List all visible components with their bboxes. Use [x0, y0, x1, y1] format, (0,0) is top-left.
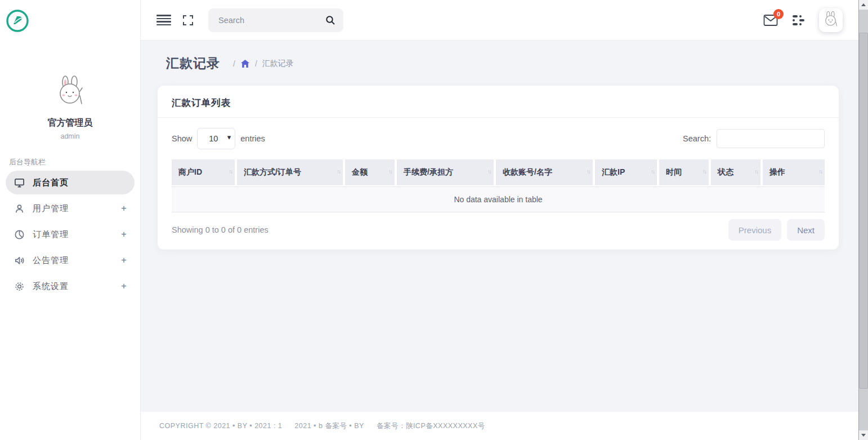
next-page-button[interactable]: Next	[787, 219, 825, 241]
table-search-label: Search:	[683, 134, 711, 143]
column-header-time[interactable]: 时间↑↓	[659, 159, 709, 185]
main-content: 汇款记录 / / 汇款记录 汇款订单列表 Show	[141, 40, 858, 440]
nav-section-label: 后台导航栏	[9, 157, 140, 167]
table-controls: Show 10 entries Search:	[172, 128, 825, 149]
menu-toggle-icon[interactable]	[156, 13, 171, 27]
table-header-row: 商户ID↑↓ 汇款方式/订单号↑↓ 金额↑↓ 手续费/承担方↑↓ 收款账号/名字…	[172, 159, 825, 185]
brand-logo-icon	[6, 9, 29, 33]
scroll-up-button[interactable]	[859, 0, 868, 10]
pie-chart-icon	[14, 229, 25, 240]
sort-icon: ↑↓	[651, 168, 654, 175]
sidebar-item-label: 系统设置	[33, 281, 69, 292]
topbar-actions: 0	[763, 8, 843, 32]
page-title: 汇款记录	[166, 55, 220, 72]
show-label: Show	[172, 134, 192, 143]
monitor-icon	[14, 177, 25, 188]
table-search-input[interactable]	[717, 129, 825, 148]
page-header: 汇款记录 / / 汇款记录	[166, 55, 858, 72]
sort-icon: ↑↓	[703, 168, 706, 175]
sidebar-nav: 后台首页 用户管理 + 订单	[0, 171, 140, 298]
user-avatar[interactable]	[52, 74, 89, 112]
mail-count-badge: 0	[773, 9, 784, 19]
data-table: 商户ID↑↓ 汇款方式/订单号↑↓ 金额↑↓ 手续费/承担方↑↓ 收款账号/名字…	[172, 159, 825, 212]
sort-icon: ↑↓	[754, 168, 758, 175]
sidebar-item-label: 公告管理	[33, 255, 69, 266]
column-header-remit-ip[interactable]: 汇款IP↑↓	[595, 159, 657, 185]
page-size-select[interactable]: 10	[197, 128, 235, 149]
window-scrollbar[interactable]	[858, 0, 868, 440]
copyright-text: COPYRIGHT © 2021 • BY • 2021 : 1	[159, 422, 282, 430]
breadcrumb-separator: /	[233, 59, 235, 68]
table-footer: Showing 0 to 0 of 0 entries Previous Nex…	[172, 219, 825, 241]
card-title: 汇款订单列表	[172, 97, 231, 108]
table-search-control: Search:	[683, 129, 825, 148]
sidebar-item-announcements[interactable]: 公告管理 +	[6, 248, 135, 272]
column-header-amount[interactable]: 金额↑↓	[345, 159, 395, 185]
scroll-down-button[interactable]	[859, 430, 868, 440]
brand-logo[interactable]	[0, 0, 140, 42]
sidebar-item-dashboard[interactable]: 后台首页	[6, 171, 135, 194]
entries-label: entries	[240, 134, 265, 143]
empty-message: No data available in table	[454, 195, 542, 204]
apps-grid-icon[interactable]	[793, 15, 804, 25]
card-header: 汇款订单列表	[158, 86, 839, 118]
sort-icon: ↑↓	[388, 168, 392, 175]
sort-icon: ↑↓	[487, 168, 491, 175]
sort-icon: ↑↓	[587, 168, 590, 175]
search-icon[interactable]	[325, 15, 335, 25]
user-name: 官方管理员	[0, 117, 140, 129]
plus-expand-icon[interactable]: +	[121, 281, 127, 292]
pagination: Previous Next	[728, 219, 825, 241]
plus-expand-icon[interactable]: +	[121, 255, 127, 266]
column-header-fee-bearer[interactable]: 手续费/承担方↑↓	[397, 159, 494, 185]
page-length-control: Show 10 entries	[172, 128, 265, 149]
breadcrumb: / / 汇款记录	[228, 59, 294, 69]
sort-icon: ↑↓	[337, 168, 340, 175]
scrollbar-thumb[interactable]	[859, 33, 868, 389]
icp-record-text: 备案号：陕ICP备XXXXXXXXX号	[377, 421, 485, 431]
table-info-text: Showing 0 to 0 of 0 entries	[172, 225, 269, 234]
fullscreen-icon[interactable]	[182, 15, 194, 26]
sidebar-item-settings[interactable]: 系统设置 +	[6, 274, 135, 298]
sidebar-item-label: 订单管理	[33, 229, 69, 240]
sidebar-item-users[interactable]: 用户管理 +	[6, 197, 135, 220]
search-input[interactable]	[208, 8, 343, 32]
remittance-list-card: 汇款订单列表 Show 10 entries Search:	[158, 86, 839, 250]
page-size-select-wrap: 10	[197, 128, 235, 149]
previous-page-button[interactable]: Previous	[728, 219, 781, 241]
column-header-actions[interactable]: 操作↑↓	[763, 159, 825, 185]
column-header-status[interactable]: 状态↑↓	[711, 159, 760, 185]
breadcrumb-separator: /	[255, 59, 257, 68]
breadcrumb-current: 汇款记录	[262, 59, 294, 69]
speaker-icon	[14, 255, 25, 266]
column-header-payee-account[interactable]: 收款账号/名字↑↓	[496, 159, 593, 185]
column-header-method-orderno[interactable]: 汇款方式/订单号↑↓	[237, 159, 343, 185]
sidebar-item-label: 用户管理	[33, 203, 69, 214]
gear-icon	[14, 281, 25, 292]
plus-expand-icon[interactable]: +	[121, 229, 127, 240]
column-header-merchant-id[interactable]: 商户ID↑↓	[172, 159, 235, 185]
user-icon	[14, 203, 25, 214]
sort-icon: ↑↓	[818, 168, 822, 175]
user-role: admin	[0, 132, 140, 140]
profile-menu-avatar[interactable]	[819, 8, 843, 32]
plus-expand-icon[interactable]: +	[121, 203, 127, 214]
page-footer: COPYRIGHT © 2021 • BY • 2021 : 1 2021 • …	[141, 412, 858, 440]
topbar-search	[208, 8, 343, 32]
user-profile: 官方管理员 admin	[0, 74, 140, 140]
topbar: 0	[141, 0, 858, 40]
sort-icon: ↑↓	[229, 168, 232, 175]
sidebar-item-orders[interactable]: 订单管理 +	[6, 223, 135, 246]
sidebar: 官方管理员 admin 后台导航栏 后台首页	[0, 0, 141, 440]
sidebar-item-label: 后台首页	[33, 177, 69, 188]
footer-text-2: 2021 • b 备案号 • BY	[294, 421, 364, 431]
home-icon[interactable]	[240, 59, 250, 68]
app-window: 官方管理员 admin 后台导航栏 后台首页	[0, 0, 868, 440]
table-empty-row: No data available in table	[172, 186, 825, 212]
messages-button[interactable]: 0	[763, 14, 778, 26]
